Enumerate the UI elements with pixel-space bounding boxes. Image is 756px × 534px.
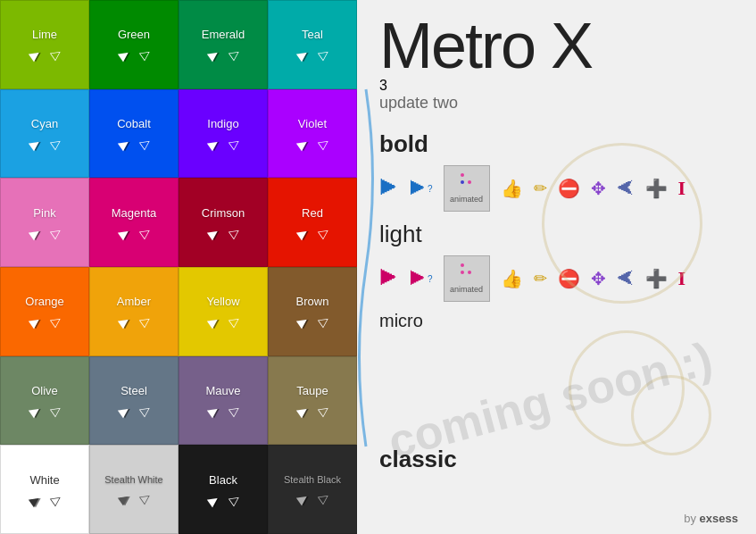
tile-cursors xyxy=(208,46,239,61)
cursor-pen-light[interactable]: ✏ xyxy=(534,269,547,288)
cursor-arrow-solid xyxy=(119,403,131,417)
cursor-plus-bold[interactable]: ➕ xyxy=(645,178,668,199)
cursor-arrow-solid xyxy=(297,46,310,61)
app-title: Metro X xyxy=(379,13,734,78)
color-tile-amber[interactable]: Amber xyxy=(89,267,179,356)
cursor-arrow-outline xyxy=(140,403,150,417)
color-tile-olive[interactable]: Olive xyxy=(0,356,89,446)
cursor-plus-light[interactable]: ➕ xyxy=(645,268,668,289)
color-tile-pink[interactable]: Pink xyxy=(0,178,89,267)
tile-label: Violet xyxy=(298,117,327,130)
cursor-arrow-help-bold[interactable]: ⯈? xyxy=(410,179,433,199)
tile-label: Steel xyxy=(120,384,147,397)
cursor-arrow-solid xyxy=(119,313,131,328)
tile-cursors xyxy=(29,492,61,506)
cursor-arrow-outline xyxy=(229,46,239,61)
cursor-arrow-outline xyxy=(319,490,328,505)
cursor-arrow-solid xyxy=(29,492,42,506)
cursor-arrow-outline xyxy=(229,313,239,328)
color-tile-black[interactable]: Black xyxy=(179,445,268,534)
color-tile-taupe[interactable]: Taupe xyxy=(268,356,357,446)
cursor-arrow-solid xyxy=(119,225,131,239)
cursor-no-bold[interactable]: ⛔ xyxy=(558,178,580,199)
cursor-arrow-outline xyxy=(229,225,239,239)
tile-label: Indigo xyxy=(207,117,238,130)
cursor-arrow-solid xyxy=(29,136,42,150)
cursor-ibeam-light[interactable]: I xyxy=(678,267,686,290)
tile-label: Olive xyxy=(31,384,58,397)
tile-label: Stealth White xyxy=(104,474,162,485)
tile-label: Brown xyxy=(296,295,329,308)
section-micro-label: micro xyxy=(379,311,734,331)
cursor-animated-bold[interactable]: animated xyxy=(444,165,490,212)
color-tile-magenta[interactable]: Magenta xyxy=(89,178,179,267)
cursor-arrow-solid xyxy=(208,313,220,328)
color-tile-brown[interactable]: Brown xyxy=(268,267,357,356)
cursor-arrow-outline xyxy=(140,46,150,61)
tile-label: Lime xyxy=(32,28,57,41)
tile-label: Magenta xyxy=(112,206,157,220)
section-bold-label: bold xyxy=(379,130,734,158)
tile-cursors xyxy=(119,490,150,505)
cursor-row-bold: ⯈ ⯈? animated 👍 ✏ ⛔ ✥ ⮜ ➕ I xyxy=(379,165,734,212)
cursor-arrow-outline xyxy=(51,46,61,61)
tile-cursors xyxy=(208,136,239,150)
cursor-arrow-solid xyxy=(29,313,42,328)
section-light-label: light xyxy=(379,221,734,248)
tile-cursors xyxy=(29,313,61,328)
tile-cursors xyxy=(297,225,328,239)
color-tile-white[interactable]: White xyxy=(0,445,89,534)
color-tile-violet[interactable]: Violet xyxy=(268,89,357,179)
color-tile-green[interactable]: Green xyxy=(89,0,179,89)
tile-cursors xyxy=(297,313,328,328)
tile-label: Red xyxy=(302,206,323,220)
tile-cursors xyxy=(297,403,328,417)
deco-circle-3 xyxy=(631,375,711,455)
color-tile-cobalt[interactable]: Cobalt xyxy=(89,89,179,179)
tile-label: Taupe xyxy=(296,384,328,397)
tile-label: Black xyxy=(209,473,237,487)
cursor-animated-light[interactable]: animated xyxy=(444,255,490,302)
color-tile-mauve[interactable]: Mauve xyxy=(179,356,268,446)
cursor-arrow-solid xyxy=(208,136,220,150)
color-tile-stealth-white[interactable]: Stealth White xyxy=(89,445,179,534)
cursor-ibeam-bold[interactable]: I xyxy=(678,177,686,200)
cursor-arrow-solid xyxy=(208,46,220,61)
cursor-no-light[interactable]: ⛔ xyxy=(558,268,580,289)
color-tile-stealth-black[interactable]: Stealth Black xyxy=(268,445,357,534)
cursor-arrow-help-light[interactable]: ⯈? xyxy=(410,269,433,289)
tile-label: Stealth Black xyxy=(284,474,341,485)
cursor-arrow-solid xyxy=(119,46,131,61)
cursor-arrow-outline xyxy=(140,313,150,328)
tile-cursors xyxy=(29,46,61,61)
cursor-arrow-outline xyxy=(140,136,150,150)
cursor-move-light[interactable]: ✥ xyxy=(591,268,606,289)
color-tile-yellow[interactable]: Yellow xyxy=(179,267,268,356)
color-tile-cyan[interactable]: Cyan xyxy=(0,89,89,179)
cursor-arrow-outline xyxy=(319,313,328,328)
cursor-pen-bold[interactable]: ✏ xyxy=(534,179,547,198)
color-tile-indigo[interactable]: Indigo xyxy=(179,89,268,179)
color-tile-teal[interactable]: Teal xyxy=(268,0,357,89)
color-tile-red[interactable]: Red xyxy=(268,178,357,267)
cursor-hand-bold[interactable]: 👍 xyxy=(501,178,523,199)
tile-label: Emerald xyxy=(202,28,245,41)
cursor-arrow-outline xyxy=(51,313,61,328)
color-tile-steel[interactable]: Steel xyxy=(89,356,179,446)
color-tile-orange[interactable]: Orange xyxy=(0,267,89,356)
cursor-cross-light[interactable]: ⮜ xyxy=(617,269,635,289)
color-tile-crimson[interactable]: Crimson xyxy=(179,178,268,267)
cursor-cross-bold[interactable]: ⮜ xyxy=(617,179,635,199)
cursor-move-bold[interactable]: ✥ xyxy=(591,178,606,199)
color-tile-lime[interactable]: Lime xyxy=(0,0,89,89)
tile-cursors xyxy=(208,313,239,328)
cursor-arrow-normal-bold[interactable]: ⯈ xyxy=(379,177,399,200)
cursor-arrow-outline xyxy=(140,225,150,239)
cursor-hand-light[interactable]: 👍 xyxy=(501,268,523,289)
cursor-arrow-solid xyxy=(297,225,310,239)
tile-label: Orange xyxy=(25,295,63,308)
deco-circle-2 xyxy=(569,330,685,446)
cursor-arrow-normal-light[interactable]: ⯈ xyxy=(379,267,399,290)
color-tile-emerald[interactable]: Emerald xyxy=(179,0,268,89)
cursor-arrow-solid xyxy=(208,492,220,506)
